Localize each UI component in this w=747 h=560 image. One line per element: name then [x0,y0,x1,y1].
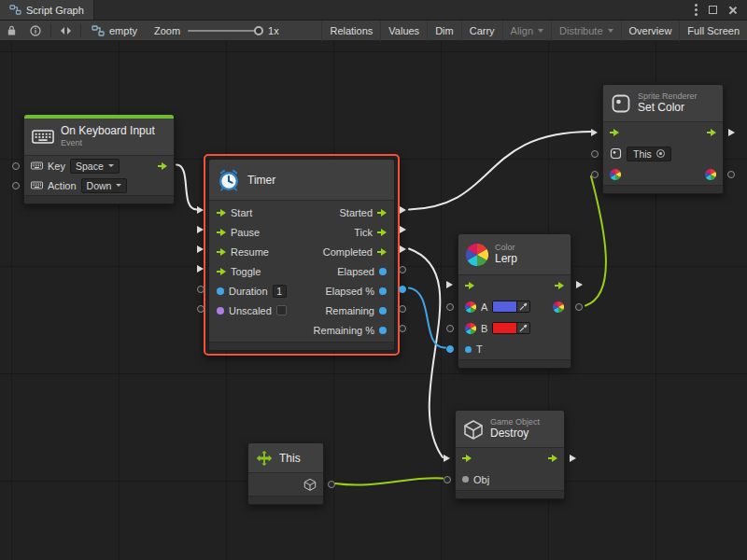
output-port-marker[interactable] [576,281,583,288]
output-port-marker[interactable] [399,305,406,313]
float-input-port[interactable] [465,346,472,353]
input-port-marker[interactable] [444,476,451,483]
overview-button[interactable]: Overview [621,21,680,41]
flow-output-port[interactable] [555,282,564,289]
input-port-marker[interactable] [197,265,204,273]
graph-asset-selector[interactable]: empty [84,25,145,36]
gameobject-input-port[interactable] [462,476,469,483]
action-dropdown[interactable]: Down [81,178,128,193]
float-input-port[interactable] [217,287,224,295]
align-button[interactable]: Align [502,21,551,41]
flow-output-port[interactable] [377,248,387,256]
color-b-swatch[interactable] [492,322,530,334]
node-this[interactable]: This [247,442,324,505]
tab-script-graph[interactable]: Script Graph [0,0,94,20]
flow-input-port[interactable] [217,209,226,217]
node-on-keyboard-input[interactable]: On Keyboard Input Event Key Space Action… [23,114,175,204]
input-port-marker[interactable] [446,303,454,311]
float-output-port[interactable] [379,327,387,334]
node-color-lerp[interactable]: Color Lerp A B T [458,233,571,369]
target-object-field[interactable]: This [627,147,671,161]
output-port-marker[interactable] [328,481,335,488]
distribute-button[interactable]: Distribute [551,21,620,41]
node-timer[interactable]: Timer Start Started Pause Tick Resume Co… [208,159,395,351]
bool-input-port[interactable] [217,307,224,315]
input-port-marker[interactable] [197,226,204,233]
flow-input-port[interactable] [465,282,474,289]
toggle-sidebars-button[interactable] [54,21,78,41]
flow-output-port[interactable] [158,162,167,170]
port-label: Unscaled [229,305,272,316]
color-input-port[interactable] [610,169,621,180]
output-port-marker[interactable] [400,226,406,233]
output-port-marker[interactable] [399,325,406,332]
float-output-port[interactable] [379,268,387,275]
color-a-swatch[interactable] [492,301,530,313]
node-set-color[interactable]: Sprite Renderer Set Color This [602,84,724,194]
input-port-marker[interactable] [591,150,599,158]
node-destroy[interactable]: Game Object Destroy Obj [455,410,565,499]
relations-button[interactable]: Relations [321,21,380,41]
input-port-marker[interactable] [446,325,454,332]
output-port-marker[interactable] [728,129,735,136]
unscaled-checkbox[interactable] [276,305,287,315]
port-label: Toggle [231,266,261,277]
lock-icon [7,24,17,36]
float-output-port[interactable] [379,307,387,315]
flow-output-port[interactable] [707,129,716,136]
wire-lerp-to-setcolor-color[interactable] [585,176,606,306]
flow-input-port[interactable] [217,268,226,275]
wire-this-to-destroy-obj[interactable] [335,478,443,484]
output-port-marker[interactable] [399,286,406,293]
eyedropper-button[interactable] [516,301,529,312]
fullscreen-button[interactable]: Full Screen [679,21,747,41]
input-port-marker[interactable] [446,281,453,288]
input-port-marker[interactable] [197,286,204,293]
input-port-marker[interactable] [446,345,454,353]
flow-input-port[interactable] [610,129,619,136]
port-label: Elapsed % [325,286,374,297]
window-menu-icon[interactable] [695,8,698,11]
input-port-marker[interactable] [197,245,204,253]
output-port-marker[interactable] [575,303,583,311]
input-port-marker[interactable] [591,171,599,178]
output-port-marker[interactable] [399,266,406,273]
flow-input-port[interactable] [462,455,472,462]
output-port-marker[interactable] [400,206,406,214]
output-port-marker[interactable] [570,455,576,462]
input-port-marker[interactable] [12,182,20,189]
lock-button[interactable] [0,21,23,41]
flow-output-port[interactable] [377,229,387,236]
close-icon[interactable] [728,6,738,15]
dim-button[interactable]: Dim [427,21,461,41]
float-output-port[interactable] [379,287,387,295]
input-port-marker[interactable] [197,305,204,313]
flow-output-port[interactable] [548,455,557,462]
gameobject-output-port[interactable] [303,478,317,491]
input-port-marker[interactable] [12,162,20,170]
key-dropdown[interactable]: Space [70,159,120,174]
maximize-icon[interactable] [709,6,717,14]
color-output-port[interactable] [705,169,716,180]
wire-keyboard-to-timer-start[interactable] [176,165,197,210]
output-port-marker[interactable] [727,171,735,178]
wire-timer-started-to-setcolor[interactable] [409,132,592,210]
flow-output-port[interactable] [377,209,387,217]
input-port-marker[interactable] [591,129,598,136]
carry-button[interactable]: Carry [461,21,502,41]
graph-canvas[interactable]: On Keyboard Input Event Key Space Action… [0,41,747,560]
duration-input[interactable]: 1 [273,285,287,298]
flow-input-port[interactable] [217,248,226,256]
object-picker-icon[interactable] [656,149,665,158]
color-output-port[interactable] [553,301,564,313]
values-button[interactable]: Values [380,21,427,41]
zoom-slider-knob[interactable] [254,26,263,35]
input-port-marker[interactable] [197,206,204,214]
info-button[interactable] [23,21,48,41]
wire-timer-completed-to-destroy[interactable] [409,249,443,458]
output-port-marker[interactable] [400,245,406,253]
zoom-slider[interactable] [188,30,261,32]
eyedropper-button[interactable] [516,323,529,333]
flow-input-port[interactable] [217,229,226,236]
input-port-marker[interactable] [444,455,450,462]
